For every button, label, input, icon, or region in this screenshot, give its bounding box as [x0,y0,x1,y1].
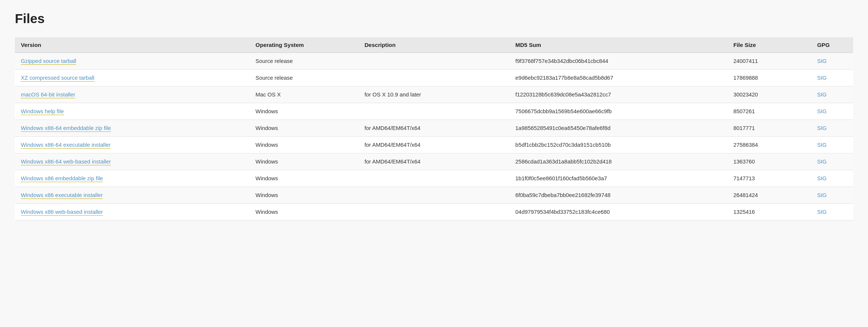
md5-cell: 6f0ba59c7dbeba7bb0ee21682fe39748 [509,187,727,204]
table-header-row: Version Operating System Description MD5… [15,37,853,53]
table-row: macOS 64-bit installerMac OS Xfor OS X 1… [15,86,853,103]
os-cell: Windows [250,170,359,187]
md5-cell: f9f3768f757e34b342dbc06b41cbc844 [509,53,727,70]
table-row: Gzipped source tarballSource releasef9f3… [15,53,853,70]
page-title: Files [15,11,853,26]
sig-link[interactable]: SIG [817,192,827,198]
header-filesize: File Size [727,37,811,53]
gpg-cell: SIG [811,103,853,120]
file-link[interactable]: Gzipped source tarball [21,58,76,65]
gpg-cell: SIG [811,204,853,220]
os-cell: Windows [250,204,359,220]
os-cell: Windows [250,120,359,137]
file-link[interactable]: Windows help file [21,108,64,115]
gpg-cell: SIG [811,53,853,70]
sig-link[interactable]: SIG [817,92,827,98]
md5-cell: f12203128b5c639dc08e5a43a2812cc7 [509,86,727,103]
description-cell [359,204,509,220]
file-link[interactable]: Windows x86-64 executable installer [21,142,110,149]
gpg-cell: SIG [811,153,853,170]
file-link[interactable]: macOS 64-bit installer [21,92,75,98]
file-link[interactable]: Windows x86-64 web-based installer [21,159,111,165]
filesize-cell: 24007411 [727,53,811,70]
filesize-cell: 27586384 [727,137,811,153]
os-cell: Source release [250,70,359,86]
file-link[interactable]: Windows x86 executable installer [21,192,103,199]
header-gpg: GPG [811,37,853,53]
gpg-cell: SIG [811,187,853,204]
filesize-cell: 26481424 [727,187,811,204]
table-row: Windows x86 executable installerWindows6… [15,187,853,204]
os-cell: Windows [250,153,359,170]
md5-cell: 04d97979534f4bd33752c183fc4ce680 [509,204,727,220]
gpg-cell: SIG [811,120,853,137]
filesize-cell: 1363760 [727,153,811,170]
filesize-cell: 17869888 [727,70,811,86]
filesize-cell: 8507261 [727,103,811,120]
sig-link[interactable]: SIG [817,108,827,114]
table-row: Windows x86-64 embeddable zip fileWindow… [15,120,853,137]
description-cell [359,187,509,204]
os-cell: Windows [250,187,359,204]
description-cell [359,70,509,86]
sig-link[interactable]: SIG [817,142,827,148]
table-row: Windows x86-64 executable installerWindo… [15,137,853,153]
sig-link[interactable]: SIG [817,125,827,131]
file-link[interactable]: Windows x86 web-based installer [21,209,103,216]
gpg-cell: SIG [811,137,853,153]
table-row: XZ compressed source tarballSource relea… [15,70,853,86]
md5-cell: 7506675dcbb9a1569b54e600ae66c9fb [509,103,727,120]
description-cell [359,170,509,187]
md5-cell: b5df1cbb2bc152cd70c3da9151cb510b [509,137,727,153]
header-md5: MD5 Sum [509,37,727,53]
filesize-cell: 7147713 [727,170,811,187]
os-cell: Windows [250,137,359,153]
description-cell: for OS X 10.9 and later [359,86,509,103]
files-table: Version Operating System Description MD5… [15,37,853,220]
os-cell: Mac OS X [250,86,359,103]
os-cell: Source release [250,53,359,70]
filesize-cell: 1325416 [727,204,811,220]
description-cell: for AMD64/EM64T/x64 [359,153,509,170]
sig-link[interactable]: SIG [817,159,827,165]
md5-cell: 2586cdad1a363d1a8abb5fc102b2d418 [509,153,727,170]
filesize-cell: 30023420 [727,86,811,103]
sig-link[interactable]: SIG [817,58,827,64]
gpg-cell: SIG [811,70,853,86]
sig-link[interactable]: SIG [817,175,827,181]
md5-cell: 1b1f0f0c5ee8601f160cfad5b560e3a7 [509,170,727,187]
gpg-cell: SIG [811,86,853,103]
description-cell [359,103,509,120]
table-row: Windows x86 web-based installerWindows04… [15,204,853,220]
file-link[interactable]: Windows x86-64 embeddable zip file [21,125,111,132]
sig-link[interactable]: SIG [817,209,827,215]
sig-link[interactable]: SIG [817,75,827,81]
file-link[interactable]: XZ compressed source tarball [21,75,94,82]
gpg-cell: SIG [811,170,853,187]
md5-cell: e9d6ebc92183a177b8e8a58cad5b8d67 [509,70,727,86]
md5-cell: 1a98565285491c0ea65450e78afe6f8d [509,120,727,137]
description-cell: for AMD64/EM64T/x64 [359,120,509,137]
file-link[interactable]: Windows x86 embeddable zip file [21,175,103,182]
header-os: Operating System [250,37,359,53]
description-cell: for AMD64/EM64T/x64 [359,137,509,153]
header-description: Description [359,37,509,53]
table-row: Windows help fileWindows7506675dcbb9a156… [15,103,853,120]
filesize-cell: 8017771 [727,120,811,137]
header-version: Version [15,37,250,53]
os-cell: Windows [250,103,359,120]
table-row: Windows x86-64 web-based installerWindow… [15,153,853,170]
description-cell [359,53,509,70]
table-row: Windows x86 embeddable zip fileWindows1b… [15,170,853,187]
